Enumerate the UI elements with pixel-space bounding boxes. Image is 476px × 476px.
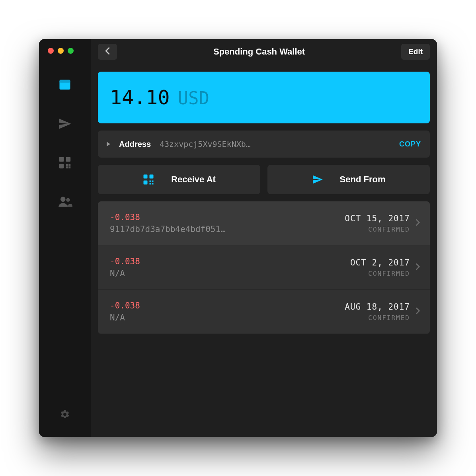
address-row[interactable]: Address 43zxvpcj5Xv9SEkNXb… COPY (98, 131, 430, 158)
transaction-left: -0.038 N/A (110, 301, 339, 322)
edit-button[interactable]: Edit (401, 44, 430, 60)
transaction-status: CONFIRMED (350, 270, 410, 277)
svg-rect-3 (66, 157, 70, 162)
receive-button[interactable]: Receive At (98, 165, 260, 194)
sidebar-item-wallet[interactable] (55, 75, 75, 95)
sidebar-item-settings[interactable] (55, 405, 75, 425)
qr-icon (142, 174, 154, 185)
svg-rect-5 (66, 164, 68, 166)
svg-rect-1 (60, 80, 70, 83)
svg-rect-16 (150, 183, 151, 184)
back-button[interactable] (98, 44, 117, 60)
transaction-row[interactable]: -0.038 N/A AUG 18, 2017 CONFIRMED (98, 290, 430, 334)
transaction-date: OCT 15, 2017 (345, 214, 410, 223)
transaction-right: OCT 15, 2017 CONFIRMED (345, 214, 410, 233)
svg-rect-15 (152, 181, 153, 182)
balance-card: 14.10 USD (98, 72, 430, 123)
transaction-date: AUG 18, 2017 (345, 302, 410, 312)
svg-rect-17 (152, 183, 153, 184)
svg-rect-13 (144, 181, 148, 185)
svg-point-9 (60, 197, 66, 202)
fullscreen-window-icon[interactable] (68, 48, 74, 54)
transaction-row[interactable]: -0.038 9117db7d3a7bb4e4bdf051… OCT 15, 2… (98, 201, 430, 246)
transaction-hash: N/A (110, 269, 245, 278)
header: Spending Cash Wallet Edit (91, 39, 437, 64)
svg-rect-11 (144, 175, 148, 179)
transaction-left: -0.038 N/A (110, 257, 345, 278)
transaction-amount: -0.038 (110, 257, 345, 266)
app-window: Spending Cash Wallet Edit 14.10 USD Addr… (39, 39, 437, 437)
balance-amount: 14.10 (110, 86, 170, 109)
chevron-right-icon (416, 307, 420, 316)
sidebar-item-contacts[interactable] (55, 192, 75, 212)
contacts-icon (57, 194, 72, 209)
balance-currency: USD (178, 88, 209, 108)
copy-button[interactable]: COPY (399, 140, 421, 148)
send-icon (58, 117, 72, 131)
sidebar-item-receive[interactable] (55, 153, 75, 173)
action-buttons: Receive At Send From (98, 165, 430, 194)
qr-icon (58, 156, 72, 170)
wallet-icon (58, 78, 72, 92)
page-title: Spending Cash Wallet (122, 47, 396, 57)
transaction-hash: N/A (110, 313, 245, 322)
disclosure-triangle-icon (107, 142, 110, 146)
send-button[interactable]: Send From (267, 165, 430, 194)
transaction-list: -0.038 9117db7d3a7bb4e4bdf051… OCT 15, 2… (98, 201, 430, 334)
transaction-left: -0.038 9117db7d3a7bb4e4bdf051… (110, 213, 339, 234)
transaction-amount: -0.038 (110, 301, 339, 310)
svg-rect-7 (66, 166, 68, 168)
svg-rect-8 (68, 166, 70, 168)
svg-point-10 (66, 198, 70, 202)
sidebar-item-send[interactable] (55, 114, 75, 134)
send-label: Send From (340, 174, 386, 185)
svg-rect-2 (59, 157, 64, 162)
edit-button-label: Edit (408, 47, 423, 56)
main-panel: Spending Cash Wallet Edit 14.10 USD Addr… (91, 39, 437, 437)
transaction-right: OCT 2, 2017 CONFIRMED (350, 258, 410, 277)
chevron-right-icon (416, 219, 420, 228)
gear-icon (60, 409, 70, 421)
svg-rect-6 (68, 164, 70, 166)
address-value: 43zxvpcj5Xv9SEkNXb… (160, 139, 390, 149)
transaction-hash: 9117db7d3a7bb4e4bdf051… (110, 224, 245, 234)
svg-rect-4 (59, 164, 64, 168)
sidebar (39, 39, 91, 437)
transaction-status: CONFIRMED (345, 314, 410, 322)
svg-rect-14 (150, 181, 151, 182)
minimize-window-icon[interactable] (58, 48, 64, 54)
svg-rect-12 (150, 175, 154, 179)
window-controls (48, 48, 74, 54)
send-icon (312, 174, 323, 185)
transaction-right: AUG 18, 2017 CONFIRMED (345, 302, 410, 322)
transaction-status: CONFIRMED (345, 226, 410, 233)
transaction-amount: -0.038 (110, 213, 339, 222)
transaction-date: OCT 2, 2017 (350, 258, 410, 267)
close-window-icon[interactable] (48, 48, 54, 54)
receive-label: Receive At (171, 174, 216, 185)
app-body: Spending Cash Wallet Edit 14.10 USD Addr… (39, 39, 437, 437)
chevron-left-icon (105, 47, 110, 57)
address-label: Address (119, 140, 151, 149)
transaction-row[interactable]: -0.038 N/A OCT 2, 2017 CONFIRMED (98, 246, 430, 290)
content: 14.10 USD Address 43zxvpcj5Xv9SEkNXb… CO… (91, 64, 437, 437)
chevron-right-icon (416, 263, 420, 272)
